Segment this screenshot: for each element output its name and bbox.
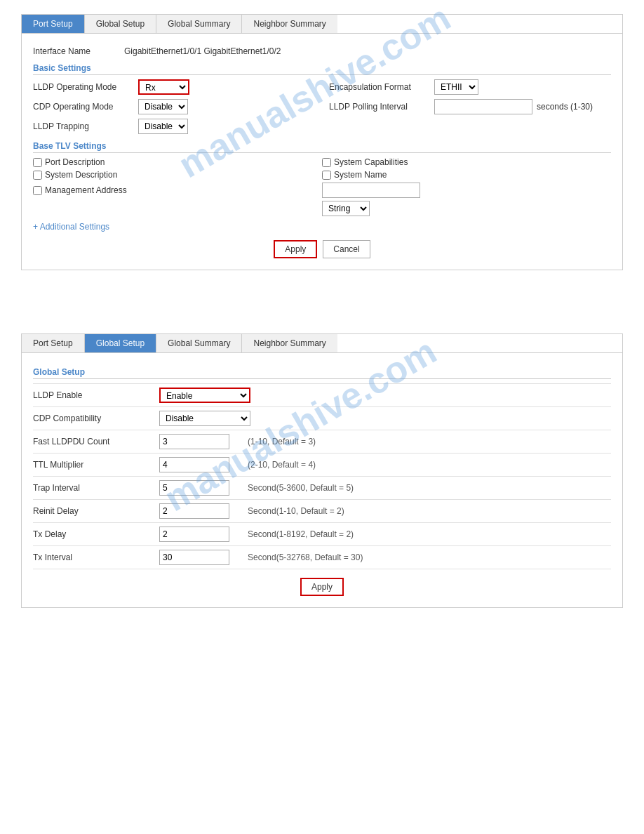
tab-global-summary-1[interactable]: Global Summary: [156, 15, 242, 33]
lldp-polling-interval-label: LLDP Polling Interval: [329, 102, 434, 112]
tab-neighbor-summary-1[interactable]: Neighbor Summary: [242, 15, 337, 33]
additional-settings-link[interactable]: + Additional Settings: [33, 222, 611, 232]
system-description-checkbox[interactable]: [33, 171, 42, 180]
system-description-label: System Description: [45, 170, 117, 180]
global-row-hint-4: Second(1-8192, Default = 2): [248, 529, 354, 539]
interface-label: Interface Name: [33, 46, 124, 56]
global-row-hint-5: Second(5-32768, Default = 30): [248, 552, 363, 562]
cdp-compatibility-select[interactable]: Disable Enable: [159, 411, 250, 426]
lldp-trapping-row: LLDP Trapping Disable Enable: [33, 119, 611, 134]
cdp-operating-mode-label: CDP Operating Mode: [33, 102, 138, 112]
lldp-operating-mode-label: LLDP Operating Mode: [33, 82, 138, 92]
apply-button-2[interactable]: Apply: [300, 578, 344, 596]
global-row-hint-1: (2-10, Default = 4): [248, 460, 316, 470]
tab-port-setup-1[interactable]: Port Setup: [22, 15, 85, 33]
apply-button-1[interactable]: Apply: [274, 240, 317, 258]
global-row-5: Tx Interval Second(5-32768, Default = 30…: [33, 545, 611, 569]
tab-global-setup-2[interactable]: Global Setup: [85, 334, 156, 352]
global-setup-container: Global Setup LLDP Enable Enable Disable …: [21, 353, 623, 608]
lldp-trapping-select[interactable]: Disable Enable: [138, 119, 188, 134]
global-row-0: Fast LLDPDU Count (1-10, Default = 3): [33, 430, 611, 453]
port-setup-container: Interface Name GigabitEthernet1/0/1 Giga…: [21, 34, 623, 270]
global-row-label-1: TTL Multiplier: [33, 460, 159, 470]
interface-value: GigabitEthernet1/0/1 GigabitEthernet1/0/…: [124, 46, 281, 56]
lldp-trapping-label: LLDP Trapping: [33, 121, 138, 131]
tab-neighbor-summary-2[interactable]: Neighbor Summary: [242, 334, 337, 352]
cdp-operating-mode-select[interactable]: Disable Enable: [138, 99, 188, 114]
checkbox-row-3: Management Address: [33, 183, 611, 198]
lldp-operating-mode-select[interactable]: Rx Tx TxRx Disable: [138, 79, 189, 95]
global-row-label-0: Fast LLDPDU Count: [33, 437, 159, 446]
system-name-label: System Name: [334, 170, 387, 180]
system-capabilities-label: System Capabilities: [334, 157, 408, 167]
global-row-input-1[interactable]: [159, 457, 229, 472]
global-row-label-2: Trap Interval: [33, 483, 159, 493]
lldp-operating-mode-row: LLDP Operating Mode Rx Tx TxRx Disable E…: [33, 79, 611, 95]
global-row-input-4[interactable]: [159, 527, 229, 542]
global-row-hint-0: (1-10, Default = 3): [248, 437, 316, 446]
global-row-hint-3: Second(1-10, Default = 2): [248, 506, 344, 516]
cdp-compatibility-row: CDP Compatibility Disable Enable: [33, 406, 611, 430]
global-row-input-0[interactable]: [159, 434, 229, 449]
tab-bar-2: Port Setup Global Setup Global Summary N…: [21, 333, 623, 353]
global-row-3: Reinit Delay Second(1-10, Default = 2): [33, 499, 611, 522]
basic-settings-heading: Basic Settings: [33, 63, 611, 75]
lldp-enable-row: LLDP Enable Enable Disable: [33, 383, 611, 406]
lldp-polling-interval-input[interactable]: [434, 99, 532, 114]
tab-global-setup-1[interactable]: Global Setup: [85, 15, 156, 33]
encapsulation-format-label: Encapsulation Format: [329, 82, 434, 92]
system-name-input[interactable]: [322, 183, 420, 198]
button-row-2: Apply: [33, 578, 611, 596]
port-description-label: Port Description: [45, 157, 105, 167]
checkbox-row-2: System Description System Name: [33, 170, 611, 180]
management-address-checkbox[interactable]: [33, 186, 42, 195]
cdp-compatibility-label: CDP Compatibility: [33, 413, 159, 423]
global-row-label-4: Tx Delay: [33, 529, 159, 539]
global-row-hint-2: Second(5-3600, Default = 5): [248, 483, 354, 493]
global-row-input-2[interactable]: [159, 480, 229, 496]
global-setup-heading: Global Setup: [33, 367, 611, 379]
tab-port-setup-2[interactable]: Port Setup: [22, 334, 85, 352]
tab-global-summary-2[interactable]: Global Summary: [156, 334, 242, 352]
lldp-polling-units: seconds (1-30): [537, 102, 593, 112]
global-row-label-5: Tx Interval: [33, 552, 159, 562]
cancel-button-1[interactable]: Cancel: [323, 240, 370, 258]
string-dropdown-row: String Integer: [33, 201, 611, 216]
lldp-enable-select[interactable]: Enable Disable: [159, 388, 250, 403]
system-name-checkbox[interactable]: [322, 171, 331, 180]
global-row-input-3[interactable]: [159, 503, 229, 519]
global-row-label-3: Reinit Delay: [33, 506, 159, 516]
global-row-1: TTL Multiplier (2-10, Default = 4): [33, 453, 611, 476]
cdp-operating-mode-row: CDP Operating Mode Disable Enable LLDP P…: [33, 99, 611, 114]
global-row-2: Trap Interval Second(5-3600, Default = 5…: [33, 476, 611, 499]
tab-bar-1: Port Setup Global Setup Global Summary N…: [21, 14, 623, 34]
system-capabilities-checkbox[interactable]: [322, 158, 331, 167]
button-row-1: Apply Cancel: [33, 240, 611, 258]
global-row-input-5[interactable]: [159, 550, 229, 565]
encapsulation-format-select[interactable]: ETHII SNAP: [434, 79, 478, 95]
port-description-checkbox[interactable]: [33, 158, 42, 167]
base-tlv-heading: Base TLV Settings: [33, 141, 611, 153]
lldp-enable-label: LLDP Enable: [33, 390, 159, 400]
string-dropdown[interactable]: String Integer: [322, 201, 370, 216]
checkbox-row-1: Port Description System Capabilities: [33, 157, 611, 167]
interface-row: Interface Name GigabitEthernet1/0/1 Giga…: [33, 46, 611, 56]
global-row-4: Tx Delay Second(1-8192, Default = 2): [33, 522, 611, 545]
global-rows-container: Fast LLDPDU Count (1-10, Default = 3) TT…: [33, 430, 611, 569]
management-address-label: Management Address: [45, 185, 127, 195]
